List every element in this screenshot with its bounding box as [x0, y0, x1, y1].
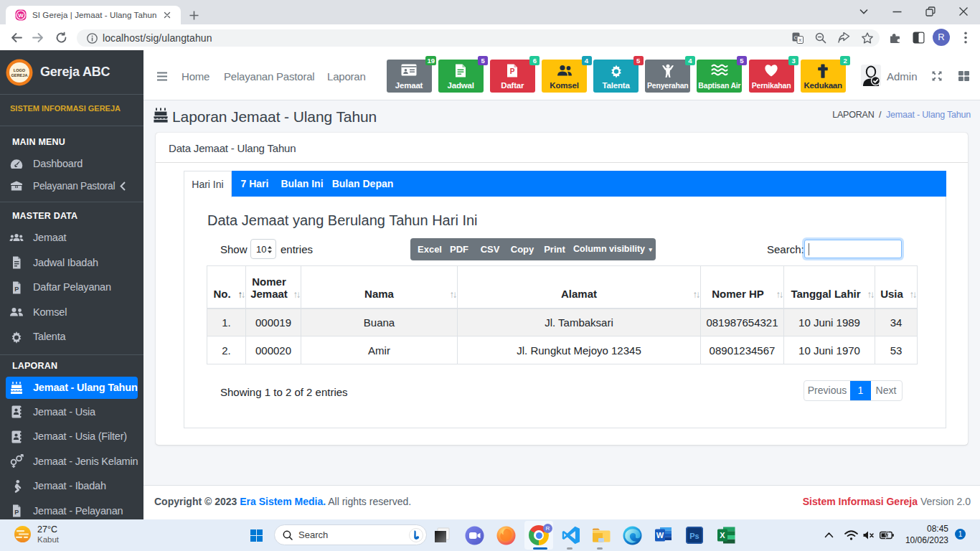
svg-text:P: P	[14, 509, 19, 516]
svg-text:W: W	[18, 12, 24, 19]
svg-text:GEREJA: GEREJA	[11, 73, 27, 77]
svg-text:LOGO: LOGO	[14, 68, 26, 72]
svg-text:P: P	[14, 285, 19, 292]
svg-text:W: W	[656, 531, 664, 540]
svg-text:Ps: Ps	[689, 532, 699, 540]
svg-text:X: X	[720, 531, 725, 540]
svg-text:x: x	[798, 37, 801, 43]
svg-text:P: P	[510, 67, 515, 75]
